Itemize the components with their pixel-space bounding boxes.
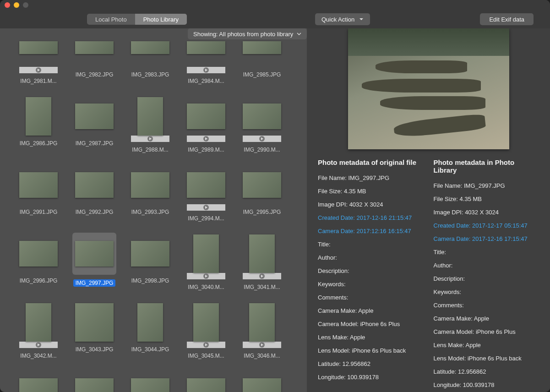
metadata-row: Title: bbox=[434, 249, 539, 256]
thumbnail-item[interactable]: IMG_3051.JPG bbox=[237, 372, 287, 392]
thumbnail-item[interactable]: IMG_3049.JPG bbox=[125, 372, 175, 392]
thumbnail-image bbox=[193, 234, 219, 273]
metadata-row: Created Date: 2017-12-17 05:15:47 bbox=[434, 222, 539, 229]
thumbnail-label: IMG_2993.JPG bbox=[131, 209, 169, 215]
thumbnail-item[interactable]: IMG_2997.JPG bbox=[70, 233, 119, 290]
thumbnail-image bbox=[243, 103, 281, 129]
thumbnail-item[interactable]: IMG_2982.JPG bbox=[70, 28, 119, 84]
thumbnail-image bbox=[243, 378, 281, 392]
thumbnail-grid-pane[interactable]: IMG_2981.M...IMG_2982.JPGIMG_2983.JPGIMG… bbox=[0, 28, 307, 392]
metadata-row: Author: bbox=[318, 254, 424, 261]
main-body: IMG_2981.M...IMG_2982.JPGIMG_2983.JPGIMG… bbox=[0, 28, 550, 392]
thumbnail-item[interactable]: IMG_2992.JPG bbox=[70, 166, 119, 222]
thumbnail-label: IMG_2986.JPG bbox=[20, 140, 58, 147]
thumbnail-label: IMG_2991.JPG bbox=[20, 209, 58, 215]
thumbnail-label: IMG_2981.M... bbox=[20, 78, 56, 84]
app-window: Local Photo Photo Library Quick Action E… bbox=[0, 0, 550, 392]
metadata-row: Camera Date: 2017-12-16 17:15:47 bbox=[434, 235, 539, 242]
thumbnail-item[interactable]: IMG_3040.M... bbox=[181, 234, 231, 290]
zoom-icon[interactable] bbox=[23, 2, 28, 8]
thumbnail-item[interactable]: IMG_3050.JPG bbox=[181, 372, 231, 392]
thumbnail-label: IMG_2990.M... bbox=[244, 147, 280, 153]
play-icon bbox=[187, 67, 225, 73]
close-icon[interactable] bbox=[5, 2, 10, 8]
thumbnail-item[interactable]: IMG_2994.M... bbox=[181, 166, 231, 222]
thumbnail-item[interactable]: IMG_3042.M... bbox=[14, 303, 63, 359]
thumbnail-image bbox=[243, 172, 281, 198]
metadata-row: Title: bbox=[318, 241, 424, 248]
thumbnail-label: IMG_2987.JPG bbox=[76, 140, 114, 147]
metadata-row: Camera Model: iPhone 6s Plus bbox=[318, 321, 424, 327]
thumbnail-item[interactable]: IMG_2981.M... bbox=[14, 28, 63, 84]
metadata-row: Longitude: 100.939178 bbox=[434, 381, 539, 388]
quick-action-button[interactable]: Quick Action bbox=[315, 13, 370, 25]
filter-label: Showing: All photos from photo library bbox=[193, 31, 293, 38]
metadata-original-title: Photo metadata of original file bbox=[318, 158, 424, 166]
thumbnail-label: IMG_2997.JPG bbox=[73, 279, 116, 287]
thumbnail-label: IMG_2992.JPG bbox=[76, 209, 114, 215]
thumbnail-label: IMG_2984.M... bbox=[188, 78, 224, 84]
thumbnail-item[interactable]: IMG_2989.M... bbox=[181, 97, 231, 153]
thumbnail-item[interactable]: IMG_2983.JPG bbox=[125, 28, 175, 84]
thumbnail-image bbox=[19, 241, 58, 267]
thumbnail-item[interactable]: IMG_3043.JPG bbox=[70, 303, 119, 359]
thumbnail-item[interactable]: IMG_3047.JPG bbox=[14, 372, 63, 392]
thumbnail-image bbox=[187, 103, 225, 129]
thumbnail-item[interactable]: IMG_2993.JPG bbox=[125, 166, 175, 222]
thumbnail-item[interactable]: IMG_3046.M... bbox=[237, 303, 287, 359]
metadata-row: Keywords: bbox=[434, 289, 539, 295]
metadata-row: Lens Model: iPhone 6s Plus back bbox=[318, 347, 424, 354]
tab-photo-library[interactable]: Photo Library bbox=[135, 14, 187, 25]
thumbnail-item[interactable]: IMG_2991.JPG bbox=[14, 166, 63, 222]
chevron-down-icon bbox=[297, 31, 301, 38]
thumbnail-item[interactable]: IMG_2996.JPG bbox=[14, 234, 63, 290]
thumbnail-image bbox=[75, 41, 114, 54]
thumbnail-image bbox=[131, 41, 169, 54]
thumbnail-image bbox=[26, 303, 51, 342]
metadata-row: Camera Model: iPhone 6s Plus bbox=[434, 328, 539, 335]
thumbnail-label: IMG_3044.JPG bbox=[131, 346, 169, 353]
thumbnail-item[interactable]: IMG_3044.JPG bbox=[125, 303, 175, 359]
thumbnail-label: IMG_2994.M... bbox=[188, 215, 224, 222]
filter-dropdown[interactable]: Showing: All photos from photo library bbox=[188, 28, 307, 39]
metadata-row: File Name: IMG_2997.JPG bbox=[318, 174, 424, 181]
preview-image bbox=[348, 28, 509, 149]
metadata-library-title: Photo metadata in Photo Library bbox=[434, 158, 539, 174]
thumbnail-image bbox=[75, 172, 114, 198]
metadata-row: Description: bbox=[434, 275, 539, 282]
thumbnail-image bbox=[19, 378, 58, 392]
metadata-row: Image DPI: 4032 X 3024 bbox=[318, 201, 424, 208]
metadata-columns: Photo metadata of original file File Nam… bbox=[318, 158, 539, 392]
play-icon bbox=[243, 342, 281, 348]
thumbnail-item[interactable]: IMG_3048.JPG bbox=[70, 372, 119, 392]
metadata-row: Camera Make: Apple bbox=[318, 307, 424, 314]
thumbnail-image bbox=[131, 241, 169, 267]
thumbnail-item[interactable]: IMG_3045.M... bbox=[181, 303, 231, 359]
thumbnail-image bbox=[131, 172, 169, 198]
thumbnail-image bbox=[75, 303, 114, 342]
thumbnail-item[interactable]: IMG_2995.JPG bbox=[237, 166, 287, 222]
thumbnail-item[interactable]: IMG_2988.M... bbox=[125, 97, 175, 153]
thumbnail-label: IMG_2988.M... bbox=[132, 147, 168, 153]
thumbnail-item[interactable]: IMG_3041.M... bbox=[237, 234, 287, 290]
metadata-row: Lens Make: Apple bbox=[434, 342, 539, 348]
thumbnail-label: IMG_3041.M... bbox=[244, 284, 280, 290]
metadata-row: Description: bbox=[318, 267, 424, 274]
edit-exif-button[interactable]: Edit Exif data bbox=[480, 13, 534, 25]
thumbnail-label: IMG_2983.JPG bbox=[131, 71, 169, 78]
thumbnail-label: IMG_2989.M... bbox=[188, 147, 224, 153]
thumbnail-image bbox=[187, 41, 225, 54]
thumbnail-item[interactable]: IMG_2986.JPG bbox=[14, 97, 63, 153]
minimize-icon[interactable] bbox=[14, 2, 19, 8]
thumbnail-item[interactable]: IMG_2987.JPG bbox=[70, 97, 119, 153]
metadata-row: Author: bbox=[434, 262, 539, 269]
play-icon bbox=[243, 136, 281, 142]
tab-local-photo[interactable]: Local Photo bbox=[87, 14, 135, 25]
metadata-row: Lens Make: Apple bbox=[318, 334, 424, 341]
play-icon bbox=[187, 136, 225, 142]
thumbnail-label: IMG_3042.M... bbox=[20, 353, 56, 359]
thumbnail-item[interactable]: IMG_2998.JPG bbox=[125, 234, 175, 290]
metadata-row: File Size: 4.35 MB bbox=[434, 196, 539, 202]
thumbnail-item[interactable]: IMG_2990.M... bbox=[237, 97, 287, 153]
play-icon bbox=[243, 273, 281, 279]
